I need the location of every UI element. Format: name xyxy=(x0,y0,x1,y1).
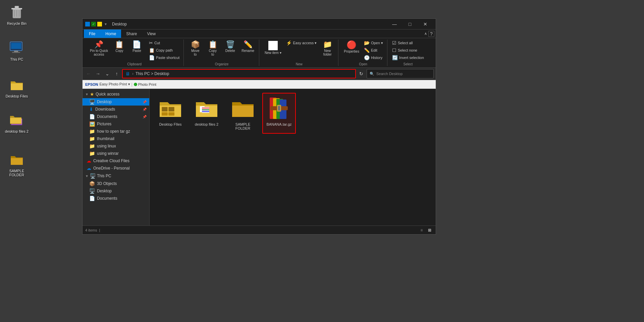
quick-access-btn-1[interactable] xyxy=(85,22,90,26)
copy-button[interactable]: 📋 Copy xyxy=(111,40,127,54)
help-button[interactable]: ? xyxy=(428,31,434,37)
minimize-button[interactable]: — xyxy=(387,19,402,29)
desktop-files-2-icon[interactable]: desktop files 2 xyxy=(3,111,30,135)
move-icon: 📦 xyxy=(191,41,200,48)
sidebar-item-thumbnail[interactable]: 📁 thumbnail xyxy=(83,135,149,142)
title-bar: ✓ ▾ Desktop — □ ✕ xyxy=(83,19,436,29)
sidebar-item-onedrive[interactable]: ☁ OneDrive - Personal xyxy=(83,165,149,172)
file-item-banana-tar[interactable]: BANANA.tar.gz xyxy=(262,93,296,134)
tab-view[interactable]: View xyxy=(142,29,161,38)
open-button[interactable]: 📂 Open ▾ xyxy=(363,40,384,46)
svg-rect-7 xyxy=(11,43,21,49)
file-item-desktop-files-2[interactable]: desktop files 2 xyxy=(190,93,223,134)
forward-button[interactable]: → xyxy=(94,70,102,78)
properties-icon: 🔴 xyxy=(346,41,357,49)
easy-access-button[interactable]: ⚡ Easy access ▾ xyxy=(285,40,318,46)
sidebar-item-pictures[interactable]: 🖼️ Pictures xyxy=(83,120,149,128)
tab-file[interactable]: File xyxy=(84,29,100,38)
search-icon: 🔍 xyxy=(370,72,374,76)
pc-icon: 🖥 xyxy=(125,71,130,76)
new-folder-button[interactable]: 📁 Newfolder xyxy=(319,40,335,58)
sample-folder-icon[interactable]: SAMPLE FOLDER xyxy=(3,150,30,178)
photo-print-item[interactable]: Photo Print xyxy=(134,82,156,86)
sidebar-item-this-pc[interactable]: ▼ 🖥️ This PC xyxy=(83,172,149,180)
rename-button[interactable]: ✏️ Rename xyxy=(239,40,256,54)
sidebar-item-documents-2[interactable]: 📄 Documents xyxy=(83,195,149,202)
sidebar-item-creative-cloud[interactable]: ☁ Creative Cloud Files xyxy=(83,157,149,165)
paste-shortcut-button[interactable]: 📄 Paste shortcut xyxy=(148,54,181,61)
refresh-button[interactable]: ↻ xyxy=(357,70,365,78)
sidebar-using-linux-label: using linux xyxy=(97,144,116,148)
this-pc-desktop-icon[interactable]: This PC xyxy=(3,39,30,63)
sidebar-item-downloads[interactable]: ⬇ Downloads 📌 xyxy=(83,106,149,113)
search-placeholder: Search Desktop xyxy=(376,72,402,76)
new-item-button[interactable]: New item ▾ xyxy=(263,40,283,56)
using-winrar-sidebar-icon: 📁 xyxy=(89,151,95,156)
epson-label: EPSON xyxy=(85,82,98,86)
edit-button[interactable]: ✏️ Edit xyxy=(363,47,384,54)
banana-tar-file-icon xyxy=(267,96,291,120)
sidebar-item-3d-objects[interactable]: 📦 3D Objects xyxy=(83,180,149,187)
close-button[interactable]: ✕ xyxy=(418,19,433,29)
documents-2-icon: 📄 xyxy=(89,196,95,201)
select-label: Select xyxy=(403,62,413,66)
list-view-button[interactable]: ≡ xyxy=(418,227,425,234)
quick-access-btn-2[interactable]: ✓ xyxy=(91,22,96,26)
sidebar-using-winrar-label: using winrar xyxy=(97,151,119,156)
svg-rect-1 xyxy=(11,8,22,9)
clipboard-group: 📌 Pin to Quick access 📋 Copy 📄 Paste ✂ xyxy=(85,40,184,66)
copy-path-icon: 📋 xyxy=(149,48,155,53)
select-none-button[interactable]: ☐ Select none xyxy=(391,47,425,54)
properties-button[interactable]: 🔴 Properties xyxy=(342,40,361,55)
address-path[interactable]: 🖥 › This PC > Desktop xyxy=(122,69,356,78)
clipboard-label: Clipboard xyxy=(127,62,142,66)
sidebar-item-desktop-2[interactable]: 🖥️ Desktop xyxy=(83,187,149,195)
search-box[interactable]: 🔍 Search Desktop xyxy=(367,69,434,78)
open-group: 🔴 Properties 📂 Open ▾ ✏️ Edit xyxy=(339,40,387,66)
sidebar-item-using-winrar[interactable]: 📁 using winrar xyxy=(83,150,149,157)
sidebar-item-desktop[interactable]: 🖥️ Desktop 📌 xyxy=(83,98,149,106)
tab-share[interactable]: Share xyxy=(121,29,142,38)
invert-selection-button[interactable]: 🔄 Invert selection xyxy=(391,54,425,61)
history-button[interactable]: 🕐 History xyxy=(363,54,384,61)
sidebar-item-how-to[interactable]: 📁 how to open tar gz xyxy=(83,128,149,135)
back-button[interactable]: ← xyxy=(85,70,93,78)
select-all-button[interactable]: ☑ Select all xyxy=(391,40,425,46)
tile-view-button[interactable]: ⊞ xyxy=(426,227,433,234)
downloads-sidebar-icon: ⬇ xyxy=(89,107,93,112)
sidebar-thumbnail-label: thumbnail xyxy=(97,136,114,141)
cut-button[interactable]: ✂ Cut xyxy=(148,40,181,46)
copy-path-button[interactable]: 📋 Copy path xyxy=(148,47,181,54)
quick-access-btn-3[interactable] xyxy=(97,22,102,26)
tab-home[interactable]: Home xyxy=(100,29,121,38)
file-item-sample-folder[interactable]: SAMPLE FOLDER xyxy=(226,93,260,134)
file-item-desktop-files[interactable]: Desktop FIles xyxy=(154,93,187,134)
svg-rect-2 xyxy=(15,6,19,8)
sidebar-item-using-linux[interactable]: 📁 using linux xyxy=(83,142,149,150)
pin-to-quick-access-button[interactable]: 📌 Pin to Quick access xyxy=(88,40,110,58)
recycle-bin-icon[interactable]: Recycle Bin xyxy=(3,3,30,27)
desktop-2-icon: 🖥️ xyxy=(89,188,95,194)
select-all-icon: ☑ xyxy=(392,40,396,46)
copy-to-button[interactable]: 📋 Copyto xyxy=(205,40,221,58)
desktop-files-icon[interactable]: Desktop Files xyxy=(3,75,30,100)
easy-photo-print-item[interactable]: Easy Photo Print ▾ xyxy=(100,82,130,86)
breadcrumb-separator-1: › xyxy=(132,71,133,76)
up-button[interactable]: ↑ xyxy=(113,70,121,78)
ribbon-collapse-btn[interactable]: ∧ xyxy=(424,31,427,36)
maximize-button[interactable]: □ xyxy=(402,19,418,29)
sidebar-downloads-label: Downloads xyxy=(95,107,115,112)
sidebar-item-documents[interactable]: 📄 Documents 📌 xyxy=(83,113,149,120)
rename-icon: ✏️ xyxy=(244,41,253,48)
delete-button[interactable]: 🗑️ Delete xyxy=(222,40,238,54)
paste-button[interactable]: 📄 Paste xyxy=(129,40,145,54)
new-group: New item ▾ ⚡ Easy access ▾ 📁 Newfolder N… xyxy=(260,40,338,66)
status-right: ≡ ⊞ xyxy=(418,227,433,234)
sidebar-desktop-label: Desktop xyxy=(97,100,112,104)
delete-icon: 🗑️ xyxy=(226,41,235,48)
sidebar: ▼ ★ Quick access 🖥️ Desktop 📌 ⬇ Download… xyxy=(83,89,150,226)
sidebar-item-quick-access[interactable]: ▼ ★ Quick access xyxy=(83,90,149,98)
move-to-button[interactable]: 📦 Moveto xyxy=(187,40,203,58)
recent-locations-button[interactable]: ⌄ xyxy=(103,70,111,78)
svg-rect-9 xyxy=(12,52,20,53)
